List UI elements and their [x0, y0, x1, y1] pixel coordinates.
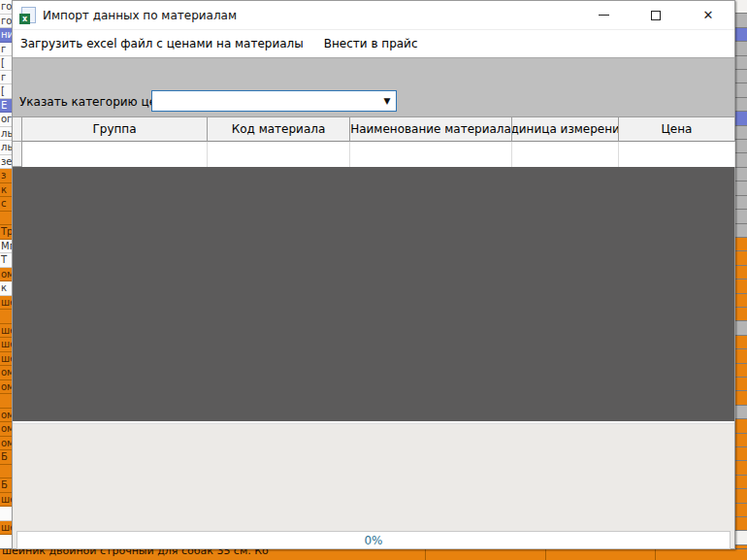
background-window-right-sliver	[735, 0, 747, 560]
materials-table: ГруппаКод материалаНаименование материал…	[13, 116, 735, 167]
background-row-fragment: Т	[0, 253, 12, 268]
column-header[interactable]: Наименование материала	[350, 116, 512, 142]
background-cell-fragment	[735, 153, 747, 167]
background-cell-fragment	[735, 210, 747, 223]
background-row-fragment: з	[0, 169, 12, 183]
background-cell-fragment	[735, 406, 747, 419]
background-cell-divider	[425, 549, 426, 560]
background-cell-divider	[655, 549, 656, 560]
progress-bar: 0%	[16, 531, 731, 549]
background-row-fragment: г	[0, 71, 12, 85]
background-cell-fragment	[735, 504, 747, 517]
background-row-fragment	[0, 507, 12, 521]
background-row-fragment: Мг	[0, 240, 12, 254]
background-row-fragment: Тр	[0, 225, 12, 240]
background-row-fragment: ше	[0, 352, 12, 367]
background-cell-fragment	[735, 28, 747, 42]
background-row-fragment: ни	[0, 28, 12, 43]
background-cell-fragment	[735, 434, 747, 447]
background-row-fragment: ог	[0, 113, 12, 127]
background-row-fragment: ом	[0, 437, 12, 451]
background-cell-fragment	[735, 196, 747, 210]
table-cell[interactable]	[350, 142, 512, 167]
panel-separator	[13, 421, 734, 424]
minimize-button[interactable]	[577, 1, 630, 30]
background-cell-fragment	[735, 336, 747, 349]
row-selector-cell[interactable]	[13, 142, 22, 167]
price-category-label: Указать категорию цены	[19, 95, 173, 109]
grid-empty-area	[13, 167, 734, 421]
background-row-fragment: [	[0, 56, 12, 71]
column-header[interactable]: Группа	[22, 116, 208, 142]
background-row-fragment	[0, 394, 12, 409]
background-cell-fragment	[735, 517, 747, 531]
window-controls: ✕	[577, 1, 734, 30]
background-cell-fragment	[735, 83, 747, 97]
background-row-text: шейник двойной строчный для собак 35 см.…	[2, 548, 269, 557]
table-cell[interactable]	[208, 142, 350, 167]
column-header[interactable]: Единица измерения	[512, 116, 619, 142]
background-cell-fragment	[735, 321, 747, 335]
price-category-combobox[interactable]: ▼	[151, 90, 397, 112]
background-row-fragment: ом	[0, 409, 12, 423]
background-row-fragment: ом	[0, 366, 12, 380]
background-cell-fragment	[735, 364, 747, 378]
background-cell-fragment	[735, 378, 747, 391]
column-header[interactable]: Код материала	[208, 116, 350, 142]
progress-percentage: 0%	[364, 534, 382, 547]
close-icon: ✕	[703, 8, 714, 22]
background-cell-fragment	[735, 349, 747, 363]
maximize-button[interactable]	[630, 1, 682, 30]
background-cell-fragment	[735, 224, 747, 238]
background-cell-fragment	[735, 42, 747, 55]
background-cell-fragment	[735, 181, 747, 195]
menu-bar: Загрузить excel файл с ценами на материа…	[13, 30, 734, 57]
background-cell-fragment	[735, 476, 747, 489]
minimize-icon	[599, 15, 609, 16]
background-row-fragment: ше	[0, 338, 12, 352]
menu-item-load-excel[interactable]: Загрузить excel файл с ценами на материа…	[20, 34, 304, 53]
background-cell-fragment	[735, 14, 747, 27]
background-cell-fragment	[735, 56, 747, 70]
maximize-icon	[651, 11, 661, 20]
background-cell-fragment	[735, 391, 747, 405]
background-row-fragment: г	[0, 43, 12, 57]
background-cell-divider	[545, 549, 546, 560]
background-cell-fragment	[735, 308, 747, 321]
background-cell-fragment	[735, 168, 747, 181]
background-cell-fragment	[735, 238, 747, 251]
title-bar: x Импорт данных по материалам ✕	[13, 1, 734, 30]
screen: гогониг[г[ЕогльльзезксТрМгТомкшешешешеом…	[0, 0, 747, 560]
column-header[interactable]: Цена	[619, 116, 735, 142]
background-row-fragment: к	[0, 183, 12, 198]
background-cell-fragment	[735, 531, 747, 544]
background-row-fragment: Б	[0, 450, 12, 465]
bottom-panel	[13, 425, 734, 531]
background-cell-fragment	[735, 419, 747, 433]
filter-panel: Указать категорию цены ▼	[13, 57, 734, 116]
background-row-fragment	[0, 212, 12, 226]
background-window-bottom-row: шейник двойной строчный для собак 35 см.…	[0, 548, 747, 560]
background-row-fragment: ль	[0, 127, 12, 142]
table-empty-row	[13, 142, 735, 167]
close-button[interactable]: ✕	[682, 1, 734, 30]
table-header-row: ГруппаКод материалаНаименование материал…	[13, 116, 735, 142]
background-cell-fragment	[735, 447, 747, 461]
table-cell[interactable]	[619, 142, 735, 167]
background-row-fragment: го	[0, 0, 12, 15]
background-cell-fragment	[735, 0, 747, 14]
excel-file-icon: x	[21, 7, 36, 23]
menu-item-apply-to-price[interactable]: Внести в прайс	[324, 34, 418, 53]
background-row-fragment: [	[0, 84, 12, 99]
background-cell-fragment	[735, 70, 747, 83]
table-cell[interactable]	[22, 142, 208, 167]
background-row-fragment: к	[0, 281, 12, 296]
background-cell-fragment	[735, 251, 747, 265]
background-row-fragment: ль	[0, 141, 12, 155]
background-cell-fragment	[735, 294, 747, 308]
import-materials-dialog: x Импорт данных по материалам ✕ Загрузит…	[12, 0, 735, 549]
table-cell[interactable]	[512, 142, 619, 167]
chevron-down-icon[interactable]: ▼	[378, 91, 396, 111]
background-row-fragment: с	[0, 197, 12, 212]
background-row-fragment: ше	[0, 521, 12, 536]
